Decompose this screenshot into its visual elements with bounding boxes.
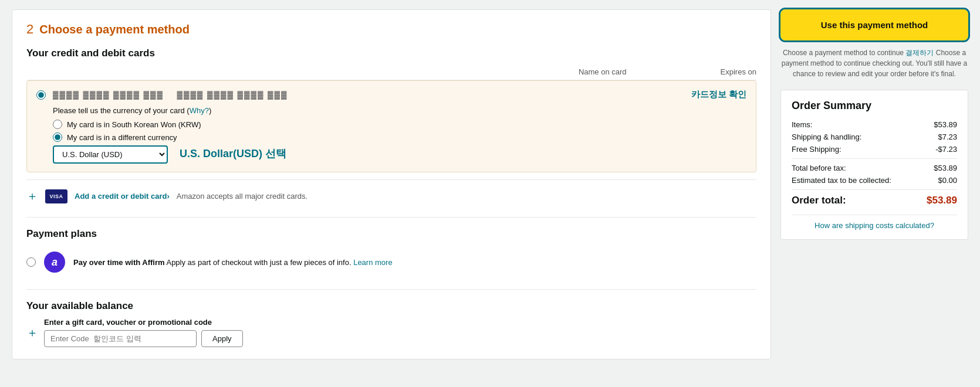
- add-code-icon[interactable]: ＋: [26, 325, 38, 341]
- currency-option-krw-row: My card is in South Korean Won (KRW): [53, 120, 746, 129]
- add-card-link[interactable]: Add a credit or debit card›: [75, 192, 170, 201]
- balance-input-wrapper: Enter a gift card, voucher or promotiona…: [44, 318, 243, 347]
- items-value: $53.89: [934, 120, 957, 129]
- col-expires-header: Expires on: [721, 67, 756, 76]
- currency-notice: Please tell us the currency of your card…: [53, 106, 746, 115]
- add-card-icon[interactable]: ＋: [26, 188, 38, 204]
- currency-krw-label: My card is in South Korean Won (KRW): [67, 120, 201, 129]
- total-before-tax-value: $53.89: [934, 164, 957, 172]
- divider-2: [26, 289, 756, 290]
- section-title: Choose a payment method: [39, 23, 190, 36]
- visa-card-icon: VISA: [45, 189, 67, 203]
- gift-code-input[interactable]: [44, 330, 197, 347]
- total-before-tax-label: Total before tax:: [792, 164, 846, 172]
- balance-title: Your available balance: [26, 300, 756, 312]
- affirm-description: Apply as part of checkout with just a fe…: [166, 258, 351, 267]
- order-total-row: Order total: $53.89: [792, 195, 957, 206]
- currency-dropdown-row: U.S. Dollar (USD) South Korean Won (KRW)…: [53, 145, 746, 164]
- card-verify-link[interactable]: 카드정보 확인: [691, 89, 746, 100]
- section-number: 2: [26, 22, 33, 37]
- shipping-row: Shipping & handling: $7.23: [792, 133, 957, 141]
- usd-annotation: U.S. Dollar(USD) 선택: [180, 148, 286, 159]
- free-shipping-row: Free Shipping: -$7.23: [792, 145, 957, 154]
- affirm-bold: Pay over time with Affirm: [73, 258, 165, 267]
- card-row: ▓▓▓▓ ▓▓▓▓ ▓▓▓▓ ▓▓▓ ▓▓▓▓ ▓▓▓▓ ▓▓▓▓ ▓▓▓ 카드…: [26, 80, 756, 172]
- order-total-value: $53.89: [927, 195, 957, 206]
- cards-table-header: Name on card Expires on: [26, 65, 756, 80]
- card-radio[interactable]: [36, 90, 46, 100]
- balance-input-row: ＋ Enter a gift card, voucher or promotio…: [26, 318, 756, 347]
- free-shipping-value: -$7.23: [935, 145, 957, 154]
- col-name-header: Name on card: [579, 67, 627, 76]
- currency-option-usd-row: My card is in a different currency: [53, 133, 746, 142]
- summary-divider-2: [792, 189, 957, 190]
- divider-1: [26, 217, 756, 218]
- affirm-text: Pay over time with Affirm Apply as part …: [73, 258, 393, 267]
- order-summary-title: Order Summary: [792, 100, 957, 112]
- tax-row: Estimated tax to be collected: $0.00: [792, 176, 957, 185]
- summary-divider-1: [792, 158, 957, 159]
- order-total-label: Order total:: [792, 195, 846, 206]
- why-link[interactable]: Why?: [190, 106, 209, 115]
- section-heading: 2 Choose a payment method: [26, 22, 756, 37]
- main-panel: 2 Choose a payment method Your credit an…: [12, 9, 771, 359]
- balance-section: Your available balance ＋ Enter a gift ca…: [26, 300, 756, 347]
- apply-button[interactable]: Apply: [201, 330, 243, 347]
- affirm-radio[interactable]: [26, 257, 36, 267]
- payment-note: Choose a payment method to continue 결제하기…: [780, 47, 968, 79]
- tax-label: Estimated tax to be collected:: [792, 176, 891, 185]
- cards-section-title: Your credit and debit cards: [26, 47, 756, 59]
- items-label: Items:: [792, 120, 812, 129]
- use-payment-button[interactable]: Use this payment method: [783, 12, 966, 38]
- payment-plans-title: Payment plans: [26, 228, 756, 240]
- order-summary-box: Order Summary Items: $53.89 Shipping & h…: [780, 90, 968, 240]
- shipping-value: $7.23: [938, 133, 957, 141]
- card-masked-number: ▓▓▓▓ ▓▓▓▓ ▓▓▓▓ ▓▓▓ ▓▓▓▓ ▓▓▓▓ ▓▓▓▓ ▓▓▓: [53, 90, 684, 99]
- affirm-learn-more-link[interactable]: Learn more: [353, 258, 392, 267]
- currency-usd-label: My card is in a different currency: [67, 133, 177, 142]
- affirm-icon: a: [44, 252, 65, 273]
- total-before-tax-row: Total before tax: $53.89: [792, 164, 957, 172]
- payment-plans-section: Payment plans a Pay over time with Affir…: [26, 228, 756, 279]
- tax-value: $0.00: [938, 176, 957, 185]
- currency-usd-radio[interactable]: [53, 133, 62, 142]
- add-card-sub: Amazon accepts all major credit cards.: [177, 192, 307, 201]
- free-shipping-label: Free Shipping:: [792, 145, 842, 154]
- card-row-top: ▓▓▓▓ ▓▓▓▓ ▓▓▓▓ ▓▓▓ ▓▓▓▓ ▓▓▓▓ ▓▓▓▓ ▓▓▓ 카드…: [36, 89, 746, 100]
- shipping-calc-link[interactable]: How are shipping costs calculated?: [792, 215, 957, 230]
- use-payment-btn-wrapper: Use this payment method: [780, 9, 968, 40]
- affirm-row: a Pay over time with Affirm Apply as par…: [26, 246, 756, 279]
- currency-krw-radio[interactable]: [53, 120, 62, 129]
- currency-options: My card is in South Korean Won (KRW) My …: [53, 120, 746, 142]
- right-panel: Use this payment method Choose a payment…: [780, 9, 968, 359]
- currency-select-dropdown[interactable]: U.S. Dollar (USD) South Korean Won (KRW)…: [53, 145, 168, 164]
- items-row: Items: $53.89: [792, 120, 957, 129]
- shipping-label: Shipping & handling:: [792, 133, 861, 141]
- checkout-korean-link[interactable]: 결제하기: [905, 49, 934, 57]
- add-card-row: ＋ VISA Add a credit or debit card› Amazo…: [26, 179, 756, 206]
- balance-input-label: Enter a gift card, voucher or promotiona…: [44, 318, 243, 327]
